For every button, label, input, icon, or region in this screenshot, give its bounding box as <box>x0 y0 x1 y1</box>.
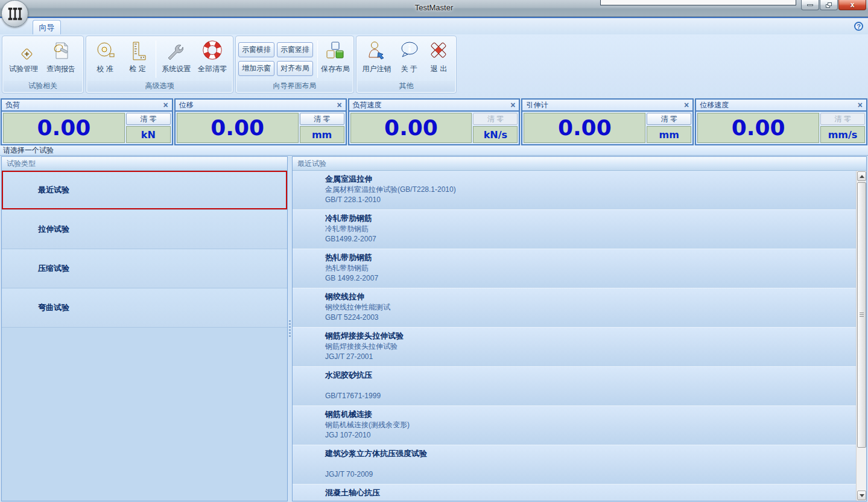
tab-wizard[interactable]: 向导 <box>33 20 61 34</box>
recent-test-title: 水泥胶砂抗压 <box>325 370 381 380</box>
meter-title: 负荷速度 <box>353 100 511 110</box>
pawn-icon <box>301 450 319 475</box>
meter-display: 0.00 <box>697 113 819 143</box>
help-icon[interactable]: ? <box>854 22 863 31</box>
vertical-scrollbar[interactable] <box>856 171 866 501</box>
group-separator <box>317 40 318 78</box>
save-layout-button[interactable]: 保存布局 <box>320 39 351 80</box>
pawn-icon <box>301 411 319 436</box>
recent-tests-list: 金属室温拉伸 金属材料室温拉伸试验(GB/T228.1-2010) GB/T 2… <box>293 171 856 501</box>
button-label: 用户注销 <box>362 64 391 74</box>
recent-test-subtitle: 钢绞线拉伸性能测试 <box>325 302 390 313</box>
button-label: 系统设置 <box>162 64 191 74</box>
verify-button[interactable]: 检 定 <box>121 39 154 80</box>
group-caption: 试验相关 <box>4 81 82 92</box>
meter-title: 位移速度 <box>700 100 858 110</box>
button-label: 关 于 <box>401 64 417 74</box>
query-report-button[interactable]: 查询报告 <box>42 39 80 80</box>
close-button[interactable]: x <box>838 0 866 10</box>
meter-display: 0.00 <box>177 113 299 143</box>
pawn-icon <box>301 254 319 279</box>
minimize-button[interactable] <box>801 0 819 10</box>
meter-value: 0.00 <box>37 117 90 139</box>
panel-close-icon[interactable]: × <box>684 101 689 109</box>
align-layout-button[interactable]: 对齐布局 <box>277 61 313 76</box>
meter-value: 0.00 <box>211 117 264 139</box>
app-menu-button[interactable] <box>1 0 28 27</box>
windows-horizontal-button[interactable]: 示窗横排 <box>238 42 274 57</box>
add-window-button[interactable]: 增加示窗 <box>238 61 274 76</box>
panel-close-icon[interactable]: × <box>510 101 515 109</box>
recent-test-item[interactable]: 金属室温拉伸 金属材料室温拉伸试验(GB/T228.1-2010) GB/T 2… <box>293 171 856 210</box>
test-type-label: 弯曲试验 <box>38 302 69 313</box>
panel-splitter[interactable] <box>288 156 292 501</box>
zero-button[interactable]: 清 零 <box>300 113 344 125</box>
close-icon: x <box>851 1 855 8</box>
meter-title: 负荷 <box>5 100 163 110</box>
layout-small-buttons: 示窗横排 示窗竖排 增加示窗 对齐布局 <box>238 42 313 76</box>
ribbon-group-layout: 示窗横排 示窗竖排 增加示窗 对齐布局 保存 <box>235 36 354 94</box>
recent-tests-panel: 最近试验 金属室温拉伸 金属材料室温拉伸试验(GB/T228.1-2010) G… <box>292 156 867 501</box>
ribbon-group-other: 用户注销 关 于 <box>356 36 457 94</box>
restore-icon <box>826 2 832 8</box>
recent-test-subtitle: 钢筋机械连接(测残余变形) <box>325 419 410 430</box>
pawn-icon <box>301 293 319 319</box>
recent-test-subtitle: 钢筋焊接接头拉伸试验 <box>325 341 404 352</box>
scroll-up-button[interactable] <box>857 171 866 181</box>
recent-test-standard: GB/T 5224-2003 <box>325 313 390 323</box>
scroll-down-button[interactable] <box>857 491 866 500</box>
test-type-compression[interactable]: 压缩试验 <box>2 249 287 288</box>
scroll-up-icon <box>860 175 864 178</box>
recent-test-item[interactable]: 建筑沙浆立方体抗压强度试验 JGJ/T 70-2009 <box>293 445 856 485</box>
query-report-icon <box>50 40 72 62</box>
recent-test-item[interactable]: 水泥胶砂抗压 GB/T17671-1999 <box>293 367 856 406</box>
pawn-icon <box>301 372 319 397</box>
minimize-icon <box>807 4 813 6</box>
button-label: 退 出 <box>431 64 447 74</box>
test-type-tensile[interactable]: 拉伸试验 <box>2 210 287 249</box>
recent-test-item[interactable]: 钢筋机械连接 钢筋机械连接(测残余变形) JGJ 107-2010 <box>293 406 856 445</box>
button-label: 全部清零 <box>198 64 227 74</box>
pawn-group-icon <box>10 180 33 200</box>
recent-test-item[interactable]: 热轧带肋钢筋 热轧带肋钢筋 GB 1499.2-2007 <box>293 249 856 288</box>
panel-close-icon[interactable]: × <box>163 101 168 109</box>
user-logout-button[interactable]: 用户注销 <box>359 39 394 80</box>
about-button[interactable]: 关 于 <box>394 39 424 80</box>
exit-button[interactable]: 退 出 <box>424 39 454 80</box>
zero-button: 清 零 <box>820 113 865 125</box>
recent-test-item[interactable]: 混凝土轴心抗压 <box>293 485 856 501</box>
test-manage-icon <box>13 40 34 62</box>
panel-close-icon[interactable]: × <box>337 101 341 109</box>
zero-button: 清 零 <box>473 113 518 125</box>
button-label: 保存布局 <box>321 64 350 74</box>
about-icon <box>398 40 420 62</box>
meter-load-speed: 负荷速度 × 0.00 清 零 kN/s <box>348 98 521 145</box>
user-logout-icon <box>366 40 387 62</box>
panel-close-icon[interactable]: × <box>858 101 863 109</box>
pawn-icon <box>301 215 319 240</box>
test-manage-button[interactable]: 试验管理 <box>5 39 42 80</box>
windows-vertical-button[interactable]: 示窗竖排 <box>277 42 313 57</box>
zero-button[interactable]: 清 零 <box>126 113 171 125</box>
test-type-recent[interactable]: 最近试验 <box>2 171 287 210</box>
unit-label: kN/s <box>484 129 507 141</box>
meter-load: 负荷 × 0.00 清 零 kN <box>1 98 173 145</box>
restore-button[interactable] <box>820 0 838 10</box>
calibrate-button[interactable]: 校 准 <box>89 39 121 80</box>
recent-test-item[interactable]: 钢绞线拉伸 钢绞线拉伸性能测试 GB/T 5224-2003 <box>293 288 856 328</box>
clear-all-button[interactable]: 全部清零 <box>194 39 230 80</box>
group-separator <box>156 40 156 78</box>
zero-button[interactable]: 清 零 <box>647 113 691 125</box>
test-type-label: 拉伸试验 <box>38 224 69 235</box>
recent-test-item[interactable]: 钢筋焊接接头拉伸试验 钢筋焊接接头拉伸试验 JGJ/T 27-2001 <box>293 328 856 367</box>
system-settings-button[interactable]: 系统设置 <box>158 39 194 80</box>
square-ruler-icon <box>127 40 148 62</box>
recent-test-subtitle: 热轧带肋钢筋 <box>325 262 378 273</box>
meter-row: 负荷 × 0.00 清 零 kN 位移 × 0.00 清 零 <box>0 98 868 145</box>
group-caption: 高级选项 <box>87 81 232 92</box>
scroll-thumb[interactable] <box>857 182 866 448</box>
tape-measure-icon <box>94 40 116 62</box>
test-type-bending[interactable]: 弯曲试验 <box>2 288 287 328</box>
unit-box: mm <box>300 126 344 143</box>
recent-test-item[interactable]: 冷轧带肋钢筋 冷轧带肋钢筋 GB1499.2-2007 <box>293 210 856 249</box>
